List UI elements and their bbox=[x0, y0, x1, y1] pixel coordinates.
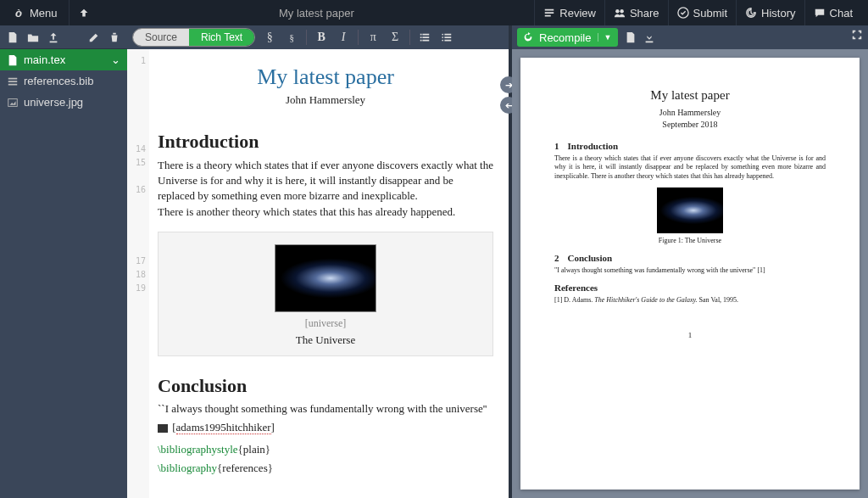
pdf-quote: "I always thought something was fundamen… bbox=[554, 266, 826, 274]
svg-point-5 bbox=[442, 36, 443, 38]
history-button[interactable]: History bbox=[736, 0, 804, 25]
source-mode-tab[interactable]: Source bbox=[133, 29, 189, 46]
review-icon bbox=[543, 7, 555, 19]
file-panel: main.tex ⌄ references.bib universe.jpg bbox=[0, 25, 127, 498]
editor-area[interactable]: 114151617181925262728293031 My latest pa… bbox=[127, 49, 509, 498]
svg-point-0 bbox=[615, 9, 619, 13]
chat-button[interactable]: Chat bbox=[804, 0, 861, 25]
menu-label: Menu bbox=[30, 7, 58, 20]
share-icon bbox=[614, 7, 626, 19]
delete-icon[interactable] bbox=[108, 31, 120, 43]
pdf-column: Recompile ▼ My latest paper John Hammers… bbox=[512, 25, 868, 498]
line-gutter: 114151617181925262728293031 bbox=[127, 49, 149, 498]
citation-line: [adams1995hitchhiker] bbox=[158, 421, 493, 434]
richtext-mode-tab[interactable]: Rich Text bbox=[189, 29, 254, 46]
new-file-icon[interactable] bbox=[7, 31, 19, 43]
mode-switch: Source Rich Text bbox=[132, 28, 255, 47]
file-item-universe-jpg[interactable]: universe.jpg bbox=[0, 92, 127, 113]
pdf-figure-image bbox=[657, 187, 723, 233]
pdf-ref-1: [1] D. Adams. The Hitchhiker's Guide to … bbox=[554, 296, 826, 304]
intro-paragraph-1: There is a theory which states that if e… bbox=[158, 158, 493, 204]
file-item-main-tex[interactable]: main.tex ⌄ bbox=[0, 49, 127, 70]
subsection-icon[interactable]: § bbox=[284, 32, 299, 42]
svg-rect-3 bbox=[8, 98, 18, 106]
logs-icon[interactable] bbox=[625, 31, 637, 43]
doc-title: My latest paper bbox=[158, 64, 493, 90]
rename-icon[interactable] bbox=[88, 31, 100, 43]
pdf-title: My latest paper bbox=[554, 88, 826, 103]
overleaf-logo-icon: ò bbox=[15, 7, 22, 20]
pdf-figure-caption: Figure 1: The Universe bbox=[554, 237, 826, 244]
new-folder-icon[interactable] bbox=[27, 31, 39, 43]
pdf-figure: Figure 1: The Universe bbox=[554, 187, 826, 244]
share-button[interactable]: Share bbox=[604, 0, 668, 25]
chat-icon bbox=[814, 7, 826, 19]
book-icon bbox=[158, 424, 168, 433]
history-icon bbox=[745, 7, 757, 19]
svg-point-1 bbox=[620, 9, 623, 13]
back-button[interactable] bbox=[69, 0, 98, 25]
submit-icon bbox=[677, 7, 689, 19]
recompile-button[interactable]: Recompile ▼ bbox=[517, 28, 618, 47]
pdf-section-2: 2Conclusion bbox=[554, 253, 826, 263]
figure-label: [universe] bbox=[170, 317, 481, 330]
display-math-icon[interactable]: Σ bbox=[387, 31, 403, 44]
pdf-viewer[interactable]: My latest paper John Hammersley Septembe… bbox=[512, 49, 868, 498]
italic-icon[interactable]: I bbox=[336, 31, 351, 44]
download-icon[interactable] bbox=[643, 31, 655, 43]
pdf-page: My latest paper John Hammersley Septembe… bbox=[520, 58, 860, 490]
doc-author: John Hammersley bbox=[158, 93, 493, 107]
numbered-list-icon[interactable] bbox=[417, 31, 432, 43]
figure-block: [universe] The Universe bbox=[158, 232, 493, 356]
pdf-section-1: 1Introduction bbox=[554, 141, 826, 151]
editor-toolbar: Source Rich Text § § B I π Σ bbox=[127, 25, 509, 49]
intro-paragraph-2: There is another theory which states tha… bbox=[158, 204, 493, 220]
menu-button[interactable]: ò Menu bbox=[7, 0, 65, 25]
bullet-list-icon[interactable] bbox=[439, 31, 454, 43]
list-icon bbox=[7, 76, 19, 87]
pdf-toolbar: Recompile ▼ bbox=[512, 25, 868, 49]
pdf-page-number: 1 bbox=[554, 331, 826, 339]
figure-image bbox=[275, 244, 376, 312]
refresh-icon bbox=[522, 31, 534, 43]
bold-icon[interactable]: B bbox=[314, 31, 329, 44]
fullscreen-icon[interactable] bbox=[851, 29, 863, 41]
pdf-author: John Hammersley bbox=[554, 108, 826, 117]
bibstyle-line: \bibliographystyle{plain} bbox=[158, 443, 493, 456]
inline-math-icon[interactable]: π bbox=[365, 31, 381, 44]
file-toolbar bbox=[0, 25, 127, 49]
section-icon[interactable]: § bbox=[262, 31, 277, 44]
editor-column: Source Rich Text § § B I π Σ 11415161718… bbox=[127, 25, 509, 498]
svg-point-4 bbox=[442, 34, 443, 36]
conclusion-quote: ``I always thought something was fundame… bbox=[158, 402, 493, 416]
section-heading-conclusion: Conclusion bbox=[158, 375, 493, 397]
up-arrow-icon bbox=[78, 7, 90, 19]
document-content[interactable]: My latest paper John Hammersley Introduc… bbox=[149, 49, 509, 498]
upload-icon[interactable] bbox=[47, 31, 59, 43]
file-item-references-bib[interactable]: references.bib bbox=[0, 70, 127, 92]
pdf-date: September 2018 bbox=[554, 120, 826, 129]
pdf-para-1: There is a theory which states that if e… bbox=[554, 154, 826, 181]
pdf-refs-heading: References bbox=[554, 283, 826, 293]
project-title: My latest paper bbox=[98, 7, 534, 20]
figure-caption: The Universe bbox=[170, 333, 481, 347]
bib-line: \bibliography{references} bbox=[158, 462, 493, 475]
review-button[interactable]: Review bbox=[534, 0, 604, 25]
section-heading-intro: Introduction bbox=[158, 131, 493, 153]
image-icon bbox=[7, 97, 19, 109]
top-bar: ò Menu My latest paper Review Share Subm… bbox=[0, 0, 868, 25]
recompile-dropdown-icon[interactable]: ▼ bbox=[598, 33, 611, 42]
submit-button[interactable]: Submit bbox=[668, 0, 736, 25]
file-icon bbox=[7, 54, 19, 66]
file-list: main.tex ⌄ references.bib universe.jpg bbox=[0, 49, 127, 498]
svg-point-6 bbox=[442, 40, 443, 42]
chevron-down-icon[interactable]: ⌄ bbox=[111, 53, 120, 66]
